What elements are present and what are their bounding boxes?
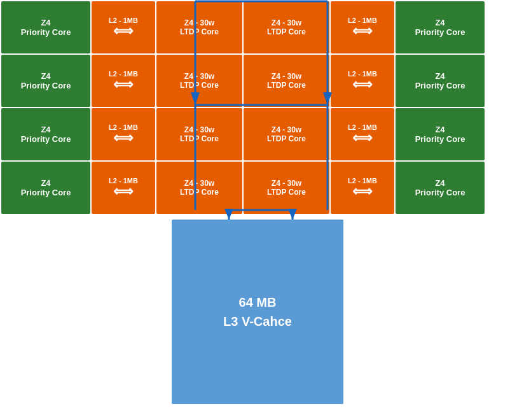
l2-cache-r2c5: L2 - 1MB ⟺ [331, 55, 394, 107]
z4-priority-core-r1c1: Z4Priority Core [1, 1, 90, 53]
l3-cache-box: 64 MBL3 V-Cahce [172, 220, 343, 404]
z4-priority-core-r2c1: Z4Priority Core [1, 55, 90, 107]
z4-priority-core-r2c6: Z4Priority Core [396, 55, 485, 107]
z4-priority-core-r3c1: Z4Priority Core [1, 108, 90, 160]
ltdp-core-r3c3: Z4 - 30wLTDP Core [156, 108, 242, 160]
l2-cache-r1c5: L2 - 1MB ⟺ [331, 1, 394, 53]
ltdp-core-r4c4: Z4 - 30wLTDP Core [244, 162, 329, 214]
cpu-diagram: Z4Priority Core L2 - 1MB ⟺ Z4 - 30wLTDP … [0, 0, 510, 420]
ltdp-core-r1c3: Z4 - 30wLTDP Core [156, 1, 242, 53]
ltdp-core-r3c4: Z4 - 30wLTDP Core [244, 108, 329, 160]
ltdp-core-r2c4: Z4 - 30wLTDP Core [244, 55, 329, 107]
l2-cache-r3c5: L2 - 1MB ⟺ [331, 108, 394, 160]
l2-cache-r2c2: L2 - 1MB ⟺ [92, 55, 155, 107]
z4-priority-core-r4c6: Z4Priority Core [396, 162, 485, 214]
z4-priority-core-r4c1: Z4Priority Core [1, 162, 90, 214]
l2-cache-r4c2: L2 - 1MB ⟺ [92, 162, 155, 214]
ltdp-core-r4c3: Z4 - 30wLTDP Core [156, 162, 242, 214]
ltdp-core-r1c4: Z4 - 30wLTDP Core [244, 1, 329, 53]
l2-cache-r1c2: L2 - 1MB ⟺ [92, 1, 155, 53]
l2-cache-r3c2: L2 - 1MB ⟺ [92, 108, 155, 160]
ltdp-core-r2c3: Z4 - 30wLTDP Core [156, 55, 242, 107]
cpu-grid: Z4Priority Core L2 - 1MB ⟺ Z4 - 30wLTDP … [0, 0, 510, 210]
l3-cache-label: 64 MBL3 V-Cahce [223, 293, 292, 331]
z4-priority-core-r1c6: Z4Priority Core [396, 1, 485, 53]
z4-priority-core-r3c6: Z4Priority Core [396, 108, 485, 160]
l2-cache-r4c5: L2 - 1MB ⟺ [331, 162, 394, 214]
